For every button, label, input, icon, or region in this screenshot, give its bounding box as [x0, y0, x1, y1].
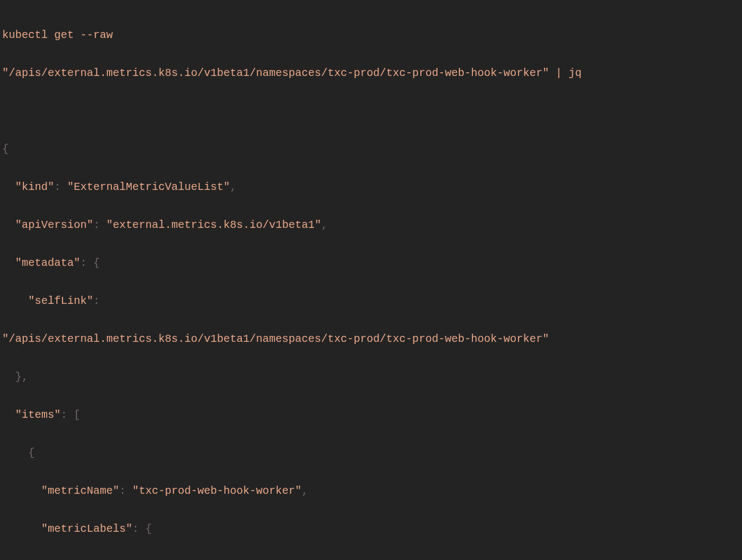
json-metadata-open: "metadata": { [0, 253, 742, 272]
command-text-1: kubectl get --raw [2, 29, 113, 41]
blank-line [0, 101, 742, 120]
json-metricname: "metricName": "txc-prod-web-hook-worker"… [0, 481, 742, 500]
json-open-brace: { [0, 139, 742, 158]
json-metriclabels-open: "metricLabels": { [0, 519, 742, 538]
json-apiversion: "apiVersion": "external.metrics.k8s.io/v… [0, 215, 742, 234]
command-line-2: "/apis/external.metrics.k8s.io/v1beta1/n… [0, 63, 742, 82]
json-items-open: "items": [ [0, 405, 742, 424]
command-text-2: "/apis/external.metrics.k8s.io/v1beta1/n… [2, 67, 581, 79]
json-selflink-val: "/apis/external.metrics.k8s.io/v1beta1/n… [0, 329, 742, 348]
json-item-open: { [0, 443, 742, 462]
json-name: "__name__": "rabbitmq_queue_messages", [0, 557, 742, 560]
terminal-output: kubectl get --raw "/apis/external.metric… [0, 0, 742, 560]
json-kind: "kind": "ExternalMetricValueList", [0, 177, 742, 196]
json-selflink-key: "selfLink": [0, 291, 742, 310]
json-metadata-close: }, [0, 367, 742, 386]
command-line-1: kubectl get --raw [0, 26, 742, 44]
